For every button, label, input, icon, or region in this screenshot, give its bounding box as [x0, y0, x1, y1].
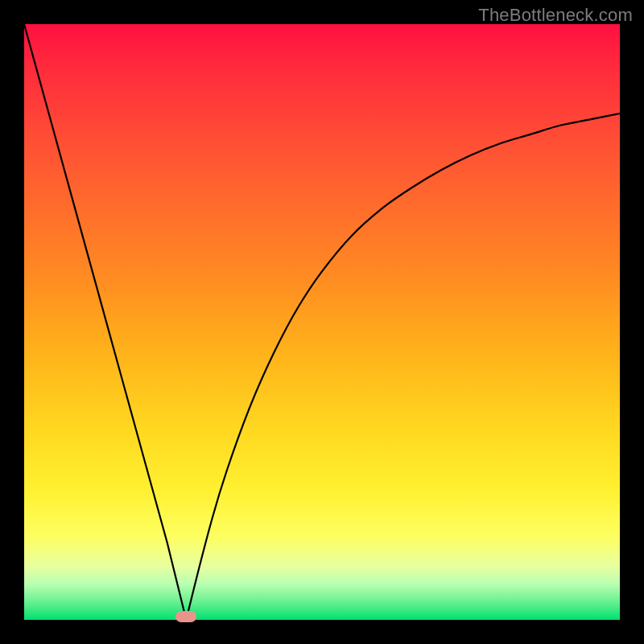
chart-frame: TheBottleneck.com [0, 0, 644, 644]
watermark-text: TheBottleneck.com [478, 5, 633, 26]
curve-path [24, 24, 620, 620]
bottleneck-curve [24, 24, 620, 620]
bottleneck-marker [175, 611, 196, 622]
plot-area [24, 24, 620, 620]
